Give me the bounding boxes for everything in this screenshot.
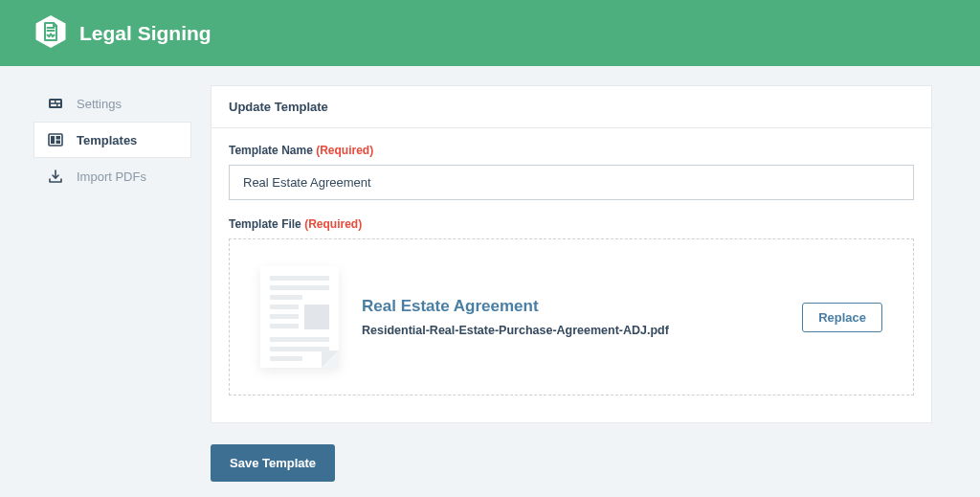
app-title: Legal Signing — [79, 22, 212, 45]
document-thumb-icon — [260, 266, 339, 368]
svg-rect-10 — [56, 136, 61, 140]
sidebar-item-templates[interactable]: Templates — [33, 122, 191, 158]
file-title: Real Estate Agreement — [362, 297, 802, 316]
file-filename: Residential-Real-Estate-Purchase-Agreeme… — [362, 324, 802, 337]
update-template-panel: Update Template Template Name (Required)… — [211, 85, 932, 423]
app-logo: Legal Signing — [33, 14, 212, 53]
required-marker: (Required) — [304, 217, 362, 231]
svg-rect-3 — [49, 99, 62, 108]
file-info: Real Estate Agreement Residential-Real-E… — [362, 297, 802, 337]
panel-title: Update Template — [212, 86, 931, 128]
sidebar-item-label: Settings — [77, 97, 122, 111]
sidebar-item-label: Import PDFs — [77, 169, 146, 184]
svg-rect-5 — [56, 101, 61, 102]
svg-rect-6 — [51, 104, 56, 106]
content-area: Settings Templates Import PDFs Update Te… — [0, 66, 980, 497]
settings-icon — [48, 96, 63, 111]
sidebar: Settings Templates Import PDFs — [33, 85, 191, 482]
replace-button[interactable]: Replace — [802, 303, 882, 332]
required-marker: (Required) — [316, 144, 373, 157]
sidebar-item-settings[interactable]: Settings — [33, 85, 191, 122]
label-text: Template Name — [229, 144, 313, 157]
svg-rect-7 — [58, 104, 61, 106]
main-area: Update Template Template Name (Required)… — [211, 85, 932, 482]
svg-rect-11 — [56, 141, 61, 145]
svg-rect-9 — [51, 136, 55, 144]
sidebar-item-label: Templates — [77, 133, 137, 147]
sidebar-item-import-pdfs[interactable]: Import PDFs — [33, 158, 191, 194]
document-logo-icon — [33, 14, 68, 53]
svg-rect-4 — [51, 101, 55, 102]
template-name-label: Template Name (Required) — [229, 144, 914, 157]
panel-body: Template Name (Required) Template File (… — [212, 128, 931, 422]
templates-icon — [48, 132, 63, 147]
template-file-dropzone[interactable]: Real Estate Agreement Residential-Real-E… — [229, 238, 914, 395]
save-template-button[interactable]: Save Template — [211, 444, 335, 482]
template-file-label: Template File (Required) — [229, 217, 914, 231]
app-header: Legal Signing — [0, 0, 980, 66]
template-name-input[interactable] — [229, 165, 914, 200]
label-text: Template File — [229, 217, 301, 231]
import-icon — [48, 169, 63, 184]
